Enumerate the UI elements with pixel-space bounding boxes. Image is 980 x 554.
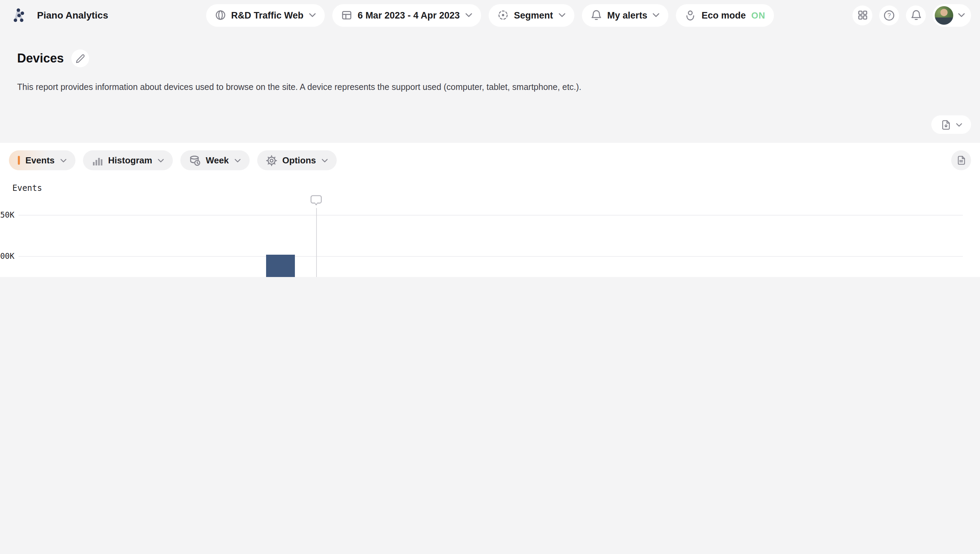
histogram-icon [92,155,102,166]
bell-icon [591,10,602,21]
metric-accent-icon [18,156,20,165]
bar-group-week-11: Week 11 [226,215,407,277]
chevron-down-icon [956,123,962,127]
bar-group-week-14: Week 14 [768,215,949,277]
segment-target-icon [498,10,509,21]
calendar-icon [341,10,352,21]
chart-toolbar: Events Histogram Week [9,150,337,170]
svg-text:?: ? [888,12,891,19]
topbar: Piano Analytics R&D Traffic Web 6 Mar 20… [0,0,980,30]
chart-options[interactable]: Options [257,150,336,170]
eco-plant-icon [685,9,696,21]
chart-options-label: Options [282,155,316,166]
bar-chart: 150K100K50K0 Week 10Week 11Week 12Week 1… [19,215,963,277]
gear-icon [266,155,277,166]
my-alerts-label: My alerts [607,10,648,20]
chevron-down-icon [653,13,660,17]
report-header: Devices This report provides information… [0,30,980,143]
period-label: Week [206,155,229,166]
document-icon [956,155,966,166]
bar-group-week-12: Week 12 [406,215,587,277]
eco-mode-state: ON [751,10,765,20]
site-picker-label: R&D Traffic Web [231,10,304,20]
segment-label: Segment [514,10,553,20]
topbar-actions: ? [853,4,971,26]
chevron-down-icon [309,13,316,17]
report-description: This report provides information about d… [17,82,963,92]
comment-bubble-icon[interactable] [310,195,321,206]
export-report-button[interactable] [931,115,971,134]
file-download-icon [940,119,951,130]
my-alerts[interactable]: My alerts [582,4,669,26]
date-range-picker[interactable]: 6 Mar 2023 - 4 Apr 2023 [332,4,481,26]
chart-type-picker[interactable]: Histogram [83,150,173,170]
segment-picker[interactable]: Segment [488,4,574,26]
user-menu[interactable] [933,4,971,26]
globe-icon [215,10,226,21]
topbar-controls: R&D Traffic Web 6 Mar 2023 - 4 Apr 2023 … [206,4,774,26]
chevron-down-icon [558,13,565,17]
y-tick-label: 150K [0,210,14,220]
brand-name: Piano Analytics [37,10,108,21]
period-picker[interactable]: Week [180,150,249,170]
metric-label: Events [25,155,54,166]
pencil-icon [75,54,85,63]
chevron-down-icon [234,158,240,162]
bar-group-week-13: Week 13 [587,215,768,277]
database-period-icon [189,155,200,166]
notifications-button[interactable] [906,5,926,25]
apps-grid-icon [857,10,868,21]
chart-side-actions [951,150,971,170]
date-range-label: 6 Mar 2023 - 4 Apr 2023 [358,10,460,20]
page-title: Devices [17,51,64,65]
bar-groups: Week 10Week 11Week 12Week 13Week 14 [45,215,949,277]
eco-mode-label: Eco mode [702,10,746,20]
brand[interactable]: Piano Analytics [9,5,108,25]
metric-picker[interactable]: Events [9,150,75,170]
annotation-line [316,208,317,277]
bell-icon [910,10,921,21]
y-tick-label: 100K [0,251,14,260]
piano-analytics-logo [9,5,28,25]
edit-title-button[interactable] [71,49,89,67]
help-icon: ? [883,9,895,21]
help-button[interactable]: ? [879,5,899,25]
y-axis-title: Events [12,183,42,193]
site-picker[interactable]: R&D Traffic Web [206,4,325,26]
avatar [935,6,953,24]
apps-grid-button[interactable] [853,5,872,25]
piano-analytics-app: Piano Analytics R&D Traffic Web 6 Mar 20… [0,0,980,277]
chevron-down-icon [465,13,472,17]
chevron-down-icon [958,13,965,17]
chart-notes-button[interactable] [951,150,971,170]
bar-group-week-10: Week 10 [45,215,226,277]
eco-mode-toggle[interactable]: Eco mode ON [676,4,774,26]
chart-type-label: Histogram [108,155,152,166]
chevron-down-icon [60,158,66,162]
chevron-down-icon [321,158,328,162]
chevron-down-icon [158,158,164,162]
chart-bar[interactable] [266,254,294,277]
report-body: Events Histogram Week [0,143,980,277]
